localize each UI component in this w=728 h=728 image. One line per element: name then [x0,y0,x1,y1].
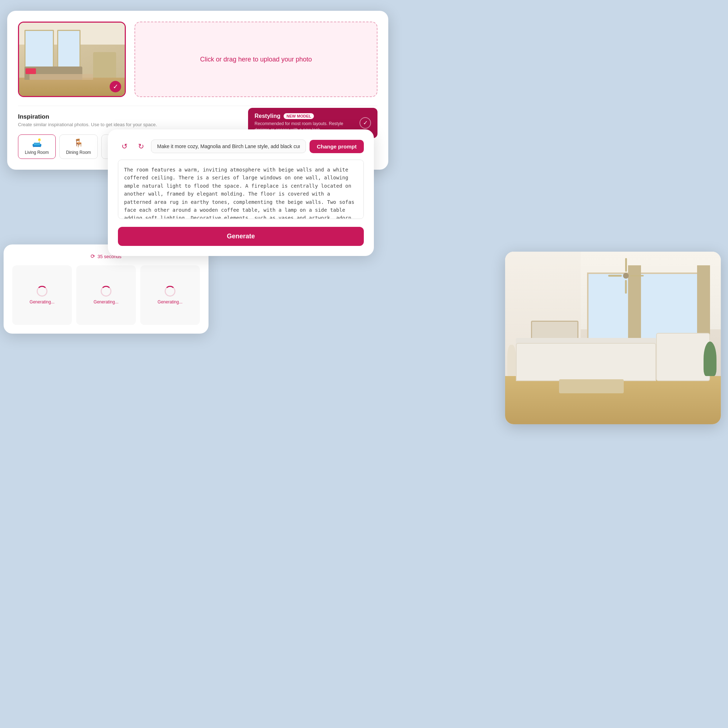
fan-blade-3 [608,275,622,277]
generating-item-3: Generating... [140,265,200,325]
cozy-sofa-right [656,333,710,381]
tab-dining-room[interactable]: 🪑 Dining Room [59,135,98,159]
room-simulation [19,23,125,96]
new-model-badge: NEW MODEL [283,113,314,119]
generating-label-3: Generating... [158,300,182,304]
upload-zone-text: Click or drag here to upload your photo [193,49,319,70]
room-pink-pillow [26,68,36,74]
living-room-label: Living Room [25,150,49,155]
generating-item-1: Generating... [12,265,72,325]
room-window-left [24,30,54,70]
upload-zone[interactable]: Click or drag here to upload your photo [135,21,378,97]
cozy-room-render [505,252,721,424]
uploaded-photo: ✓ [18,21,126,97]
restyling-title-row: Restyling NEW MODEL [254,113,355,119]
prompt-input[interactable] [151,139,306,153]
tab-living-room[interactable]: 🛋️ Living Room [18,135,56,159]
timer-icon: ⟳ [90,253,95,260]
generating-label-2: Generating... [93,300,118,304]
photo-checkmark-icon: ✓ [110,81,121,92]
restyling-title: Restyling [254,113,280,119]
spinner-2 [101,286,112,297]
prompt-bar: ↺ ↻ Change prompt [118,139,364,153]
cozy-ceiling-fan [609,265,643,286]
cozy-coffee-table [559,379,624,393]
room-rug [29,74,93,80]
cozy-plant [704,341,716,376]
result-image [505,252,721,424]
result-card [505,252,721,424]
dining-room-label: Dining Room [66,150,91,155]
card-top-section: ✓ Click or drag here to upload your phot… [18,21,378,97]
redo-button[interactable]: ↻ [135,140,147,153]
spinner-1 [37,286,47,297]
generating-item-2: Generating... [76,265,136,325]
prompt-card: ↺ ↻ Change prompt The room features a wa… [108,129,374,256]
fan-center [623,273,629,278]
generating-card: ⟳ 35 seconds Generating... Generating...… [4,245,208,333]
room-floor [19,78,125,96]
generating-label-1: Generating... [29,300,54,304]
spinner-3 [165,286,176,297]
fan-blade-2 [625,280,627,294]
change-prompt-button[interactable]: Change prompt [309,140,364,153]
room-window-right [57,30,81,70]
fan-blade-1 [630,275,644,277]
restyling-check-icon[interactable]: ✓ [359,117,371,129]
living-room-icon: 🛋️ [32,138,42,148]
generating-grid: Generating... Generating... Generating..… [12,265,200,325]
dining-room-icon: 🪑 [74,138,83,148]
generate-button[interactable]: Generate [118,227,364,246]
description-textarea[interactable]: The room features a warm, inviting atmos… [118,160,364,219]
cozy-lamp [507,345,516,376]
undo-button[interactable]: ↺ [118,140,131,153]
cozy-sofa [516,343,656,381]
room-fireplace [93,52,116,82]
fan-blade-4 [625,258,627,271]
